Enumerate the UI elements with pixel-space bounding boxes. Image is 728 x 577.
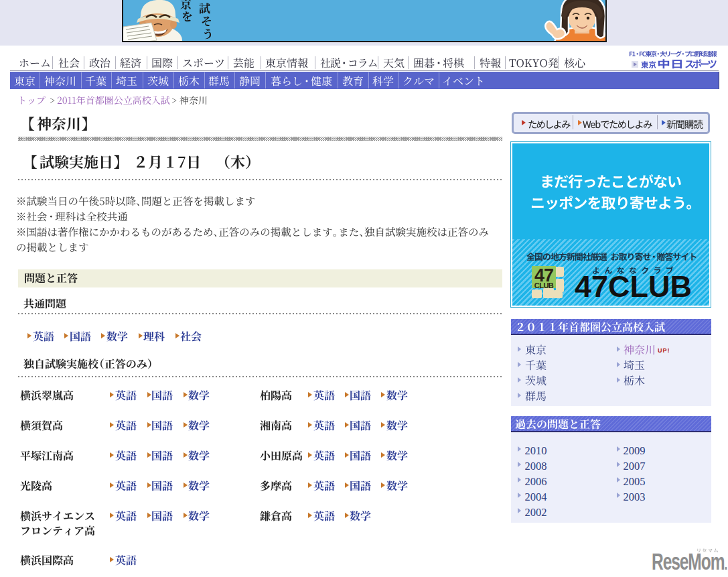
svg-text:CLUB: CLUB xyxy=(534,281,554,290)
